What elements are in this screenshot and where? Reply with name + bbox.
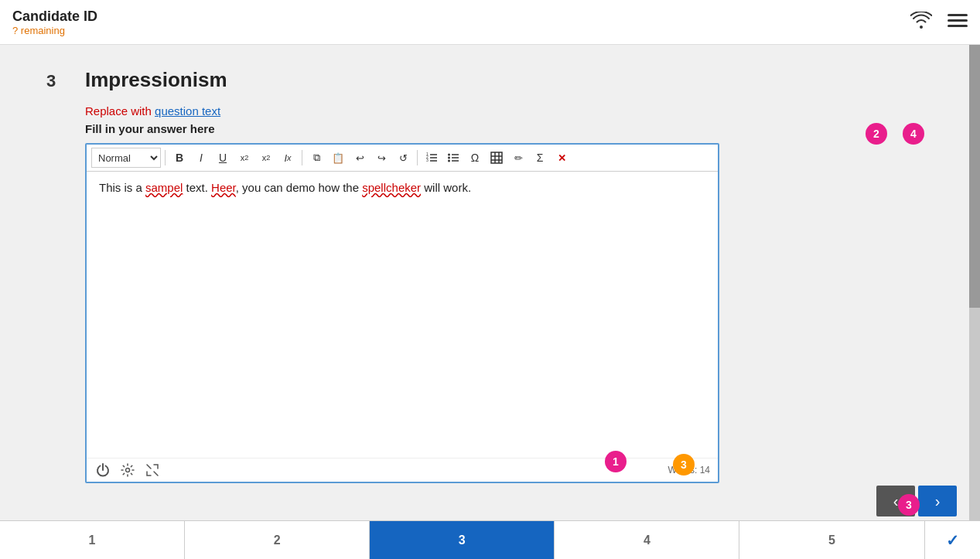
main-content: 3 Impressionism Replace with question te…	[0, 45, 980, 520]
tab-1[interactable]: 1	[0, 521, 185, 559]
tab-2[interactable]: 2	[185, 521, 370, 559]
tab-5[interactable]: 5	[739, 521, 924, 559]
question-body: Replace with question text Fill in your …	[85, 104, 934, 483]
svg-rect-0	[948, 14, 968, 16]
refresh-button[interactable]: ↺	[393, 148, 413, 168]
wifi-icon	[910, 12, 932, 33]
subscript-button[interactable]: x2	[234, 148, 254, 168]
svg-rect-1	[948, 19, 968, 22]
italic-button[interactable]: I	[191, 148, 211, 168]
replace-text-link[interactable]: question text	[155, 104, 220, 118]
badge-4: 4	[903, 123, 924, 145]
toolbar-divider-2	[302, 150, 302, 165]
question-header: 3 Impressionism	[46, 68, 934, 92]
header-left: Candidate ID ? remaining	[12, 9, 97, 36]
question-replace-text: Replace with question text	[85, 104, 934, 118]
svg-point-14	[448, 160, 450, 162]
bold-button[interactable]: B	[169, 148, 190, 168]
misspelled-word-1: sampel	[145, 181, 183, 194]
unordered-list-button[interactable]	[443, 148, 463, 168]
svg-text:3: 3	[426, 158, 429, 162]
rich-text-editor[interactable]: Normal Heading 1 Heading 2 B I U x2 x2 I…	[85, 143, 719, 483]
toolbar-divider-1	[165, 150, 166, 165]
badge-1: 1	[605, 451, 627, 472]
toolbar-divider-3	[417, 150, 418, 165]
editor-wrapper: 2 4 Normal Heading 1 Heading 2 B I U x2 …	[85, 143, 934, 483]
power-icon[interactable]	[94, 462, 111, 479]
badge-2: 2	[866, 123, 887, 145]
question-title: Impressionism	[85, 68, 227, 92]
scrollbar[interactable]	[969, 0, 980, 559]
tab-bar: 1 2 3 4 5 ✓	[0, 520, 980, 559]
badge-3: 3	[898, 494, 920, 516]
ordered-list-button[interactable]: 123	[422, 148, 442, 168]
footer-icons: 3	[94, 462, 161, 479]
underline-button[interactable]: U	[213, 148, 233, 168]
scrollbar-thumb[interactable]	[969, 45, 980, 308]
expand-icon[interactable]	[144, 462, 161, 479]
svg-point-20	[126, 469, 130, 472]
paste-button[interactable]: 📋	[328, 148, 348, 168]
editor-content[interactable]: This is a sampel text. Heer, you can dem…	[87, 172, 718, 458]
svg-point-12	[448, 154, 450, 156]
editor-footer: 1 3 Words: 14	[87, 458, 718, 482]
replace-text-prefix: Replace with	[85, 104, 155, 118]
settings-icon[interactable]	[119, 462, 136, 479]
format-select[interactable]: Normal Heading 1 Heading 2	[91, 148, 161, 168]
svg-rect-15	[491, 152, 502, 163]
svg-rect-2	[948, 25, 968, 27]
redo-button[interactable]: ↪	[371, 148, 391, 168]
question-number: 3	[46, 71, 70, 91]
badge-3-orange: 3	[673, 454, 695, 475]
misspelled-word-3: spellcheker	[362, 181, 421, 194]
tab-3[interactable]: 3	[370, 521, 555, 559]
editor-toolbar: Normal Heading 1 Heading 2 B I U x2 x2 I…	[87, 145, 718, 172]
header-right	[910, 12, 968, 33]
remaining-text: ? remaining	[12, 25, 97, 36]
table-button[interactable]	[487, 148, 507, 168]
editor-text[interactable]: This is a sampel text. Heer, you can dem…	[99, 181, 471, 194]
pencil-button[interactable]: ✏	[508, 148, 528, 168]
candidate-id-title: Candidate ID	[12, 9, 97, 25]
app-header: Candidate ID ? remaining	[0, 0, 980, 45]
copy-button[interactable]: ⧉	[306, 148, 326, 168]
checkmark-tab[interactable]: ✓	[925, 521, 980, 559]
undo-button[interactable]: ↩	[350, 148, 370, 168]
superscript-button[interactable]: x2	[256, 148, 276, 168]
tab-4[interactable]: 4	[555, 521, 739, 559]
clear-format-button[interactable]: Ix	[278, 148, 298, 168]
close-button[interactable]: ✕	[551, 148, 572, 168]
next-button[interactable]: ›	[918, 486, 957, 516]
hamburger-menu-icon[interactable]	[948, 12, 968, 32]
omega-button[interactable]: Ω	[465, 148, 485, 168]
svg-point-13	[448, 157, 450, 159]
misspelled-word-2: Heer	[211, 181, 236, 194]
question-instruction: Fill in your answer here	[85, 122, 934, 135]
sigma-button[interactable]: Σ	[530, 148, 550, 168]
